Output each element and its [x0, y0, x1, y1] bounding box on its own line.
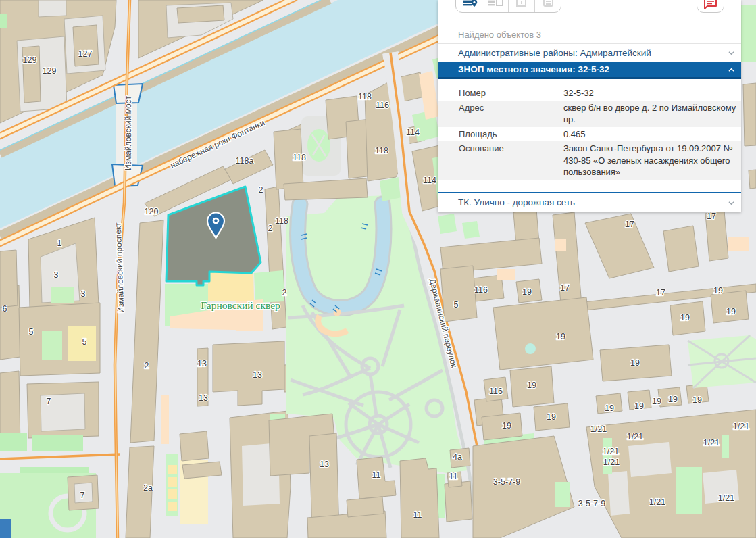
svg-text:116: 116 [376, 101, 389, 110]
svg-text:2: 2 [268, 224, 273, 233]
svg-text:3-5-7-9: 3-5-7-9 [578, 499, 605, 508]
svg-text:19: 19 [652, 397, 661, 406]
svg-text:1/21: 1/21 [603, 458, 620, 467]
svg-text:2: 2 [145, 361, 149, 370]
svg-text:5: 5 [454, 300, 459, 310]
svg-text:19: 19 [522, 287, 532, 297]
svg-text:118: 118 [358, 92, 372, 101]
svg-text:17: 17 [707, 212, 716, 221]
svg-text:120: 120 [145, 207, 159, 216]
svg-text:118a: 118a [236, 156, 254, 166]
svg-text:13: 13 [197, 359, 207, 368]
svg-text:2: 2 [282, 288, 287, 297]
svg-text:13: 13 [199, 393, 208, 403]
svg-text:3: 3 [81, 289, 86, 299]
svg-text:17: 17 [656, 288, 665, 297]
svg-text:114: 114 [423, 176, 436, 185]
svg-text:116: 116 [474, 285, 488, 295]
svg-text:1/21: 1/21 [649, 497, 665, 507]
svg-text:19: 19 [668, 395, 678, 404]
svg-text:1/21: 1/21 [603, 447, 619, 456]
svg-text:19: 19 [502, 421, 511, 431]
svg-text:1/21: 1/21 [627, 432, 643, 441]
svg-text:3: 3 [54, 270, 59, 280]
svg-text:5: 5 [82, 337, 87, 347]
svg-text:13: 13 [320, 460, 329, 469]
svg-text:6: 6 [3, 304, 7, 314]
svg-text:1/21: 1/21 [590, 424, 607, 434]
svg-text:2a: 2a [143, 483, 153, 493]
svg-text:19: 19 [630, 358, 640, 368]
svg-text:19: 19 [713, 286, 723, 295]
svg-text:1/21: 1/21 [703, 438, 720, 447]
svg-text:129: 129 [23, 55, 37, 65]
svg-text:7: 7 [47, 397, 51, 406]
svg-text:1/21: 1/21 [733, 422, 749, 431]
svg-text:129: 129 [43, 66, 57, 76]
svg-text:19: 19 [680, 313, 690, 322]
svg-text:Гарновский сквер: Гарновский сквер [201, 299, 280, 311]
svg-text:5: 5 [29, 327, 34, 337]
svg-text:17: 17 [625, 220, 634, 229]
svg-text:1/21: 1/21 [718, 493, 734, 503]
svg-text:11: 11 [449, 472, 458, 481]
svg-text:118: 118 [375, 146, 388, 155]
svg-text:7: 7 [80, 491, 85, 500]
svg-text:19: 19 [547, 412, 556, 422]
svg-text:114: 114 [406, 128, 420, 137]
svg-text:19: 19 [556, 332, 565, 341]
svg-text:11: 11 [413, 510, 422, 520]
svg-text:118: 118 [275, 216, 288, 226]
svg-text:4a: 4a [453, 452, 462, 462]
svg-text:118: 118 [293, 153, 306, 162]
svg-text:116: 116 [489, 387, 503, 396]
svg-text:Измайловский мост: Измайловский мост [124, 95, 133, 170]
svg-text:13: 13 [253, 370, 262, 380]
svg-text:19: 19 [527, 381, 536, 390]
svg-text:3-5-7-9: 3-5-7-9 [493, 477, 520, 487]
svg-text:2: 2 [259, 185, 263, 195]
svg-text:11: 11 [372, 470, 381, 480]
svg-text:127: 127 [78, 49, 93, 59]
svg-text:17: 17 [560, 283, 570, 293]
svg-text:19: 19 [634, 401, 644, 411]
svg-text:19: 19 [692, 395, 702, 405]
svg-text:19: 19 [605, 404, 614, 413]
svg-text:19: 19 [726, 307, 736, 316]
svg-text:1: 1 [57, 239, 62, 248]
